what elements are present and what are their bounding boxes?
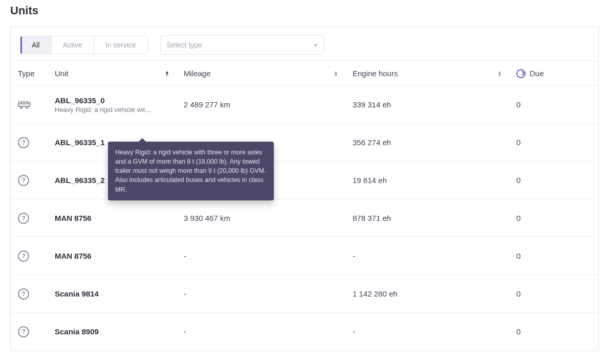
table-row[interactable]: ?MAN 8756--0 — [11, 237, 598, 275]
question-icon: ? — [18, 175, 29, 186]
cell-mileage: - — [177, 237, 345, 275]
due-arrow-icon — [516, 69, 526, 78]
cell-unit: MAN 8756 — [48, 199, 177, 237]
page-title: Units — [10, 4, 601, 17]
cell-due: 0 — [509, 162, 598, 199]
table-row[interactable]: ?Scania 8909--0 — [11, 313, 598, 351]
cell-mileage: - — [177, 313, 345, 351]
question-icon: ? — [18, 137, 29, 148]
cell-engine: 19 614 eh — [345, 162, 509, 199]
bus-icon — [18, 98, 31, 111]
cell-engine: 356 274 eh — [345, 124, 509, 162]
table-row[interactable]: ?MAN 87563 930 467 km878 371 eh0 — [11, 199, 598, 237]
units-table: Type Unit ▲▼ Mileage ▲▼ — [11, 61, 598, 351]
cell-type: ? — [11, 199, 48, 237]
cell-engine: - — [345, 313, 509, 351]
cell-type: ? — [11, 237, 48, 275]
unit-subtitle: Heavy Rigid: a rigid vehicle wit… — [55, 106, 167, 113]
unit-name: ABL_96335_0 — [55, 96, 169, 105]
question-icon: ? — [18, 213, 29, 224]
cell-type — [11, 86, 48, 124]
controls-row: All Active In service Select type ▾ — [11, 27, 598, 61]
cell-due: 0 — [509, 237, 598, 275]
unit-name: Scania 9814 — [55, 289, 169, 298]
type-select[interactable]: Select type ▾ — [160, 35, 324, 55]
chevron-down-icon: ▾ — [314, 42, 317, 49]
cell-unit: Scania 9814 — [48, 275, 177, 313]
units-card: All Active In service Select type ▾ Type… — [10, 27, 599, 351]
cell-mileage: - — [177, 275, 345, 313]
cell-engine: 339 314 eh — [345, 86, 509, 124]
table-row[interactable]: ?ABL_96335_1356 274 eh0 — [11, 124, 598, 162]
cell-due: 0 — [509, 199, 598, 237]
cell-mileage: 2 489 277 km — [177, 86, 345, 124]
tab-all[interactable]: All — [20, 36, 52, 54]
tab-group: All Active In service — [20, 36, 148, 54]
sort-icon: ▲▼ — [497, 71, 502, 77]
question-icon: ? — [18, 251, 29, 262]
table-row[interactable]: ?Scania 9814-1 142 280 eh0 — [11, 275, 598, 313]
col-engine[interactable]: Engine hours ▲▼ — [345, 61, 509, 86]
cell-engine: - — [345, 237, 509, 275]
unit-name: MAN 8756 — [55, 252, 169, 260]
cell-mileage: 3 930 467 km — [177, 199, 345, 237]
unit-type-tooltip: Heavy Rigid: a rigid vehicle with three … — [108, 142, 274, 200]
cell-unit: ABL_96335_0Heavy Rigid: a rigid vehicle … — [48, 86, 177, 124]
col-type: Type — [11, 61, 48, 86]
cell-unit: MAN 8756 — [48, 237, 177, 275]
svg-point-5 — [20, 106, 23, 108]
cell-due: 0 — [509, 124, 598, 162]
table-header-row: Type Unit ▲▼ Mileage ▲▼ — [11, 61, 598, 86]
cell-due: 0 — [509, 86, 598, 124]
table-row[interactable]: ABL_96335_0Heavy Rigid: a rigid vehicle … — [11, 86, 598, 124]
cell-type: ? — [11, 162, 48, 199]
tab-in-service[interactable]: In service — [94, 36, 147, 54]
cell-engine: 878 371 eh — [345, 199, 509, 237]
col-unit[interactable]: Unit ▲▼ — [48, 61, 177, 86]
sort-icon: ▲▼ — [165, 71, 169, 77]
unit-name: Scania 8909 — [55, 327, 169, 336]
col-mileage[interactable]: Mileage ▲▼ — [177, 61, 345, 86]
sort-icon: ▲▼ — [334, 71, 338, 77]
cell-unit: Scania 8909 — [48, 313, 177, 351]
svg-point-6 — [26, 106, 28, 108]
cell-type: ? — [11, 313, 48, 351]
unit-name: MAN 8756 — [55, 214, 169, 222]
type-select-placeholder: Select type — [167, 41, 314, 49]
col-due: Due — [509, 61, 598, 86]
tab-active[interactable]: Active — [52, 36, 94, 54]
cell-due: 0 — [509, 275, 598, 313]
table-row[interactable]: ?ABL_96335_22 655 129 km19 614 eh0 — [11, 162, 598, 199]
cell-type: ? — [11, 124, 48, 162]
cell-engine: 1 142 280 eh — [345, 275, 509, 313]
question-icon: ? — [18, 288, 29, 300]
question-icon: ? — [18, 326, 29, 337]
cell-due: 0 — [509, 313, 598, 351]
cell-type: ? — [11, 275, 48, 313]
